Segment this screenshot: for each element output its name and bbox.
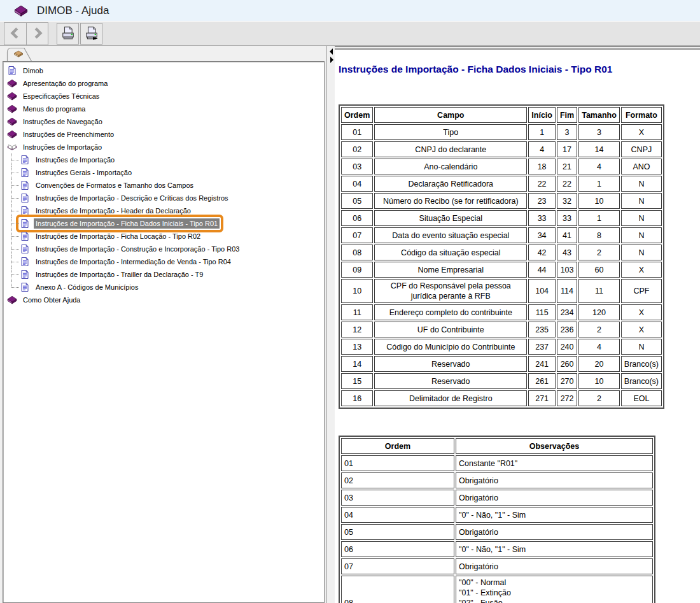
field-row: 12UF do Contribuinte2352362X	[341, 322, 662, 337]
titlebar: DIMOB - Ajuda	[0, 0, 700, 21]
window-title: DIMOB - Ajuda	[37, 4, 109, 17]
tree-item[interactable]: Apresentação do programa	[3, 77, 324, 90]
tree-item[interactable]: Convenções de Formatos e Tamanho dos Cam…	[3, 179, 324, 192]
collapse-left-icon[interactable]	[330, 48, 333, 55]
page-icon	[20, 206, 30, 216]
toolbar	[0, 21, 700, 46]
field-row: 14Reservado24126020Branco(s)	[341, 356, 662, 372]
tree-item[interactable]: Instruções de Preenchimento	[3, 128, 324, 141]
tree-item[interactable]: Instruções de Importação - Intermediação…	[3, 255, 324, 268]
pane-splitter[interactable]	[326, 46, 335, 603]
field-cell: 14	[341, 356, 373, 372]
field-cell: 103	[557, 262, 577, 278]
tree-item-content: Instruções de Importação	[20, 155, 116, 165]
page-icon	[20, 155, 30, 165]
field-cell: 11	[341, 304, 373, 320]
field-column-header: Formato	[621, 107, 662, 123]
observations-table: OrdemObservações01Constante "R01"02Obrig…	[339, 436, 655, 603]
field-cell: 240	[557, 339, 577, 355]
expand-right-icon[interactable]	[330, 57, 333, 63]
field-cell: 06	[341, 210, 373, 226]
field-cell: N	[621, 339, 662, 355]
print-options-button[interactable]	[80, 23, 102, 45]
tree-item-label: Como Obter Ajuda	[21, 295, 83, 305]
field-cell: 22	[557, 176, 577, 192]
observation-cell: "0" - Não, "1" - Sim	[456, 507, 653, 523]
field-cell: X	[621, 262, 662, 278]
tree-item-content: Instruções de Importação - Construção e …	[20, 244, 241, 254]
tree-item[interactable]: Instruções de Importação	[3, 141, 324, 153]
page-icon	[20, 282, 30, 292]
tree-item-content: Instruções de Importação - Header da Dec…	[20, 206, 193, 216]
field-row: 13Código do Município do Contribuinte237…	[341, 339, 662, 355]
tree-item[interactable]: Menus do programa	[3, 103, 324, 115]
observation-cell: "00" - Normal "01" - Extinção "02" - Fus…	[456, 576, 653, 603]
field-cell: Data do evento situação especial	[374, 227, 527, 243]
page-icon	[20, 180, 30, 190]
field-cell: CNPJ do declarante	[374, 141, 527, 157]
tree-item[interactable]: Como Obter Ajuda	[3, 294, 324, 306]
tree-item[interactable]: Instruções de Importação - Ficha Locação…	[3, 230, 324, 243]
field-cell: 8	[578, 227, 620, 243]
field-cell: N	[621, 245, 662, 260]
field-row: 11Endereço completo do contribuinte11523…	[341, 304, 662, 320]
field-cell: 02	[341, 141, 373, 157]
tree-item[interactable]: Instruções de Importação - Header da Dec…	[3, 204, 324, 217]
tree-item-content: Instruções de Preenchimento	[7, 129, 116, 139]
field-cell: 42	[528, 245, 556, 260]
page-icon	[20, 244, 30, 254]
field-row: 10CPF do Responsável pela pessoa jurídic…	[341, 279, 662, 303]
field-cell: 10	[578, 373, 620, 389]
tree-item[interactable]: Anexo A - Códigos de Municípios	[3, 281, 324, 294]
tree-item-label: Instruções de Importação - Intermediação…	[34, 257, 233, 267]
back-button[interactable]	[4, 23, 26, 45]
tree-item-label: Instruções de Importação	[21, 142, 104, 152]
field-cell: 03	[341, 159, 373, 174]
observation-cell: Obrigatório	[456, 524, 653, 540]
observation-row: 07Obrigatório	[341, 558, 653, 574]
tree-item-label: Instruções de Importação - Ficha Dados I…	[34, 218, 220, 229]
tree-item[interactable]: Especificações Técnicas	[3, 90, 324, 103]
field-cell: Reservado	[374, 356, 527, 372]
tree-item[interactable]: Instruções de Importação	[3, 153, 324, 166]
help-window: DIMOB - Ajuda	[0, 0, 700, 603]
observation-cell: 06	[341, 541, 454, 557]
field-column-header: Fim	[557, 107, 577, 123]
tree-item[interactable]: Instruções Gerais - Importação	[3, 166, 324, 179]
tree-item[interactable]: Instruções de Importação - Descrição e C…	[3, 192, 324, 204]
tree-item-content: Instruções de Importação - Ficha Dados I…	[20, 218, 220, 229]
tree-item-label: Instruções de Importação - Trailler da D…	[34, 269, 205, 280]
field-cell: 3	[557, 124, 577, 140]
tree-item-label: Instruções de Importação - Ficha Locação…	[34, 231, 202, 241]
field-cell: 33	[557, 210, 577, 226]
tree-item[interactable]: Instruções de Importação - Trailler da D…	[3, 268, 324, 281]
chevron-left-icon	[9, 27, 22, 41]
contents-tree: DimobApresentação do programaEspecificaç…	[3, 61, 325, 603]
book-closed-icon	[7, 117, 17, 127]
tree-item[interactable]: Instruções de Importação - Construção e …	[3, 243, 324, 255]
tree-item-content: Instruções Gerais - Importação	[20, 167, 134, 178]
tree-item[interactable]: Instruções de Navegação	[3, 115, 324, 128]
field-cell: 235	[528, 322, 556, 337]
field-cell: 10	[578, 193, 620, 209]
field-row: 03Ano-calendário18214ANO	[341, 159, 662, 174]
tree-item[interactable]: Dimob	[3, 64, 324, 77]
forward-button[interactable]	[26, 23, 48, 45]
field-cell: 1	[528, 124, 556, 140]
tree-item[interactable]: Instruções de Importação - Ficha Dados I…	[3, 217, 324, 230]
field-column-header: Ordem	[341, 107, 373, 123]
field-cell: Nome Empresarial	[374, 262, 527, 278]
page-icon	[20, 231, 30, 241]
field-row: 07Data do evento situação especial34418N	[341, 227, 662, 243]
contents-tab[interactable]	[6, 47, 34, 62]
print-button[interactable]	[57, 23, 79, 45]
observation-cell: Constante "R01"	[456, 455, 653, 471]
tree-item-content: Menus do programa	[7, 104, 87, 114]
observation-row: 02Obrigatório	[341, 472, 653, 488]
field-cell: 3	[578, 124, 620, 140]
observation-row: 04"0" - Não, "1" - Sim	[341, 507, 653, 523]
field-cell: 114	[557, 279, 577, 303]
page-icon	[20, 167, 30, 178]
field-cell: 120	[578, 304, 620, 320]
observation-column-header: Ordem	[341, 438, 454, 454]
